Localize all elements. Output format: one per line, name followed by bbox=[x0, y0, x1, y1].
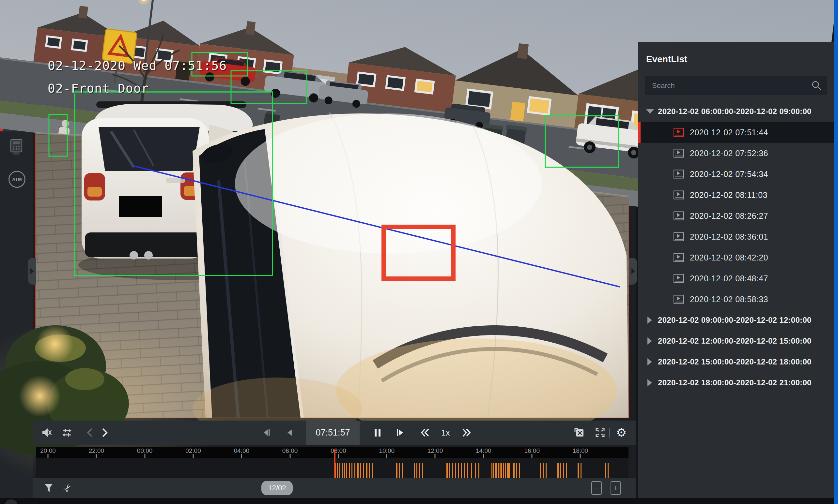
event-row-label: 2020-12-02 12:00:00-2020-12-02 15:00:00 bbox=[658, 337, 811, 345]
timeline-playhead[interactable] bbox=[334, 449, 336, 478]
atm-label: ATM bbox=[12, 177, 21, 182]
event-item-row[interactable]: 2020-12-02 08:26:27 bbox=[638, 205, 834, 226]
video-clip-icon bbox=[673, 212, 684, 220]
timeline-labels[interactable]: 20:0022:0000:0002:0004:0006:0008:0010:00… bbox=[36, 447, 629, 458]
collapse-left-panel-handle[interactable] bbox=[28, 258, 36, 285]
expand-triangle-icon[interactable] bbox=[647, 358, 652, 365]
recording-mark bbox=[496, 463, 497, 478]
timeline-strip[interactable] bbox=[36, 458, 629, 478]
speed-display: 1x bbox=[441, 428, 450, 437]
camera-frame bbox=[36, 43, 629, 418]
timeline-tick-label: 00:00 bbox=[137, 447, 153, 454]
event-item-row[interactable]: 2020-12-02 07:54:34 bbox=[638, 164, 834, 184]
recording-mark bbox=[399, 463, 400, 478]
sidebar-item-device[interactable] bbox=[9, 139, 24, 156]
expand-triangle-icon[interactable] bbox=[647, 379, 652, 386]
recording-mark bbox=[608, 463, 609, 478]
event-row-label: 2020-12-02 08:36:01 bbox=[690, 232, 768, 241]
event-panel: EventList 2020-12-02 06:00:00-2020-12-02… bbox=[638, 42, 834, 498]
recording-mark bbox=[461, 463, 462, 478]
event-group-row[interactable]: 2020-12-02 15:00:00-2020-12-02 18:00:00 bbox=[638, 352, 834, 372]
recording-mark bbox=[581, 463, 582, 478]
speed-up-button[interactable] bbox=[461, 427, 472, 438]
event-item-row[interactable]: 2020-12-02 08:58:33 bbox=[638, 289, 834, 310]
recording-mark bbox=[396, 463, 397, 478]
recording-mark bbox=[455, 463, 456, 478]
recording-mark bbox=[372, 463, 373, 478]
timeline-tick bbox=[387, 454, 387, 458]
event-group-row[interactable]: 2020-12-02 12:00:00-2020-12-02 15:00:00 bbox=[638, 330, 834, 352]
recording-mark bbox=[546, 463, 547, 478]
event-group-row[interactable]: 2020-12-02 06:00:00-2020-12-02 09:00:00 bbox=[638, 101, 834, 122]
collapse-right-panel-handle[interactable] bbox=[629, 258, 637, 285]
frame-back-button[interactable] bbox=[285, 427, 295, 438]
recording-mark bbox=[605, 463, 606, 478]
mute-audio-button[interactable] bbox=[41, 427, 52, 438]
step-forward-button[interactable] bbox=[395, 427, 405, 438]
video-clip-icon bbox=[673, 295, 684, 304]
video-display-area[interactable]: 02-12-2020 Wed 07:51:56 02-Front Door bbox=[35, 43, 629, 418]
recording-mark bbox=[507, 463, 510, 478]
timeline-zoom-out-button[interactable]: − bbox=[591, 481, 602, 495]
video-clip-icon bbox=[673, 253, 684, 262]
close-all-playback-button[interactable] bbox=[574, 427, 585, 438]
event-item-row[interactable]: 2020-12-02 08:48:47 bbox=[638, 268, 834, 289]
sidebar-item-atm[interactable]: ATM bbox=[8, 171, 25, 188]
expand-triangle-icon[interactable] bbox=[647, 317, 652, 324]
recording-mark bbox=[478, 463, 479, 478]
step-back-button[interactable] bbox=[261, 427, 272, 438]
event-row-label: 2020-12-02 18:00:00-2020-12-02 21:00:00 bbox=[658, 378, 811, 387]
recording-mark bbox=[446, 463, 448, 478]
event-item-row[interactable]: 2020-12-02 08:36:01 bbox=[638, 226, 834, 247]
video-clip-icon bbox=[673, 232, 684, 241]
next-camera-button[interactable] bbox=[101, 427, 109, 438]
recording-mark bbox=[416, 463, 417, 478]
timeline-tick bbox=[532, 454, 533, 458]
fullscreen-button[interactable] bbox=[595, 427, 606, 438]
collapse-triangle-icon[interactable] bbox=[646, 109, 654, 114]
video-clip-icon bbox=[673, 149, 684, 158]
search-input[interactable] bbox=[651, 76, 803, 96]
controlbar-separator bbox=[609, 428, 610, 437]
pause-button[interactable] bbox=[373, 427, 382, 438]
speed-down-button[interactable] bbox=[420, 427, 431, 438]
recording-mark bbox=[505, 463, 506, 478]
timeline-zoom-in-button[interactable]: + bbox=[611, 481, 621, 495]
timeline-tick-label: 12:00 bbox=[427, 447, 443, 454]
search-icon[interactable] bbox=[811, 80, 822, 91]
date-badge[interactable]: 12/02 bbox=[261, 481, 293, 495]
current-time-display: 07:51:57 bbox=[306, 420, 360, 445]
settings-gear-icon[interactable]: ⚙ bbox=[616, 427, 627, 438]
timeline-tick-label: 10:00 bbox=[379, 447, 395, 454]
date-badge-label: 12/02 bbox=[268, 484, 286, 492]
event-item-row[interactable]: 2020-12-02 08:42:20 bbox=[638, 247, 834, 268]
recording-mark bbox=[495, 463, 496, 478]
previous-camera-button[interactable] bbox=[85, 427, 94, 438]
recording-mark bbox=[342, 463, 343, 478]
timeline-tick bbox=[48, 454, 49, 458]
clip-video-button[interactable]: ✂ bbox=[63, 482, 72, 494]
timeline-tick bbox=[192, 454, 193, 458]
recording-mark bbox=[422, 463, 423, 478]
event-item-row[interactable]: 2020-12-02 07:51:44 bbox=[638, 122, 834, 143]
recording-mark bbox=[339, 463, 340, 478]
recording-mark bbox=[513, 463, 515, 478]
event-item-row[interactable]: 2020-12-02 08:11:03 bbox=[638, 184, 834, 205]
recording-mark bbox=[363, 463, 364, 478]
recording-mark bbox=[501, 463, 502, 478]
recording-mark bbox=[578, 463, 579, 478]
event-group-row[interactable]: 2020-12-02 18:00:00-2020-12-02 21:00:00 bbox=[638, 372, 834, 393]
filter-events-button[interactable] bbox=[44, 483, 53, 493]
event-row-label: 2020-12-02 08:48:47 bbox=[690, 274, 768, 283]
recording-mark bbox=[543, 463, 544, 478]
recording-mark bbox=[557, 463, 559, 478]
stream-settings-button[interactable] bbox=[61, 427, 72, 438]
timeline-tick bbox=[241, 454, 242, 458]
event-item-row[interactable]: 2020-12-02 07:52:36 bbox=[638, 143, 834, 164]
event-group-row[interactable]: 2020-12-02 09:00:00-2020-12-02 12:00:00 bbox=[638, 310, 834, 330]
event-row-label: 2020-12-02 09:00:00-2020-12-02 12:00:00 bbox=[658, 316, 811, 325]
expand-triangle-icon[interactable] bbox=[647, 337, 652, 345]
recording-mark bbox=[560, 463, 561, 478]
recording-mark bbox=[369, 463, 370, 478]
recording-mark bbox=[349, 463, 350, 478]
